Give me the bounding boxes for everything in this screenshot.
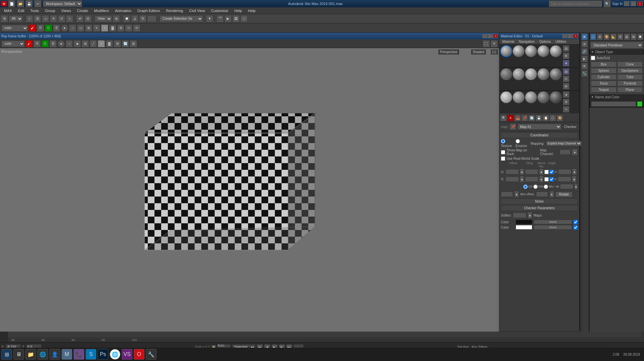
mat-chan-up[interactable]: ▲ [572, 149, 578, 155]
mat-menu-material[interactable]: Material [500, 39, 516, 44]
mat-vert-btn9[interactable]: ≡ [563, 106, 569, 113]
taskbar-viber[interactable]: 📞 [74, 349, 84, 360]
vp-btn-G[interactable]: G [41, 40, 49, 47]
fb-max-btn[interactable]: □ [488, 34, 493, 38]
rp-top-icon5[interactable]: ⚙ [617, 33, 623, 40]
mat-min-btn[interactable]: − [562, 34, 567, 38]
menu-civil-view[interactable]: Civil View [186, 8, 207, 13]
mat-map-name-select[interactable]: Map #1 [518, 124, 561, 130]
mat-vert-btn3[interactable]: ■ [563, 60, 569, 67]
v-tile-cb[interactable] [549, 177, 554, 182]
vp-color-picker[interactable]: 🖌 [25, 40, 33, 47]
mat-copy-btn[interactable]: 📋 [542, 115, 549, 121]
paint-ellipse[interactable]: ○ [69, 24, 76, 32]
v-mirror-cb[interactable] [544, 177, 549, 182]
mat-vert-btn7[interactable]: ◈ [563, 91, 569, 98]
paint-tool-R[interactable]: R [37, 24, 44, 32]
rp-top-icon1[interactable]: ⬡ [590, 33, 596, 40]
rp-icon-display[interactable]: 👁 [581, 63, 588, 70]
blur-input[interactable]: 1,0 [501, 192, 513, 197]
v-tiling-input[interactable]: 20,0 [525, 176, 538, 182]
mat-sphere-2[interactable] [513, 45, 525, 57]
menu-graph-editors[interactable]: Graph Editors [135, 8, 163, 13]
color2-cb[interactable] [573, 225, 578, 230]
mat-checker-title[interactable]: Checker Parameters [501, 205, 578, 211]
close-btn[interactable]: ✕ [637, 1, 643, 6]
ot-box[interactable]: Box [591, 62, 617, 67]
paint-fill[interactable]: ▪ [101, 24, 108, 32]
ot-torus[interactable]: Torus [591, 81, 617, 86]
paint-extra2[interactable]: ⟳ [133, 24, 140, 32]
vp-circle[interactable]: ● [58, 40, 65, 47]
u-offset-up[interactable]: ▲ [520, 168, 524, 175]
move-btn[interactable]: ✛ [50, 15, 57, 22]
render-btn[interactable]: ▶ [224, 15, 232, 22]
menu-rendering[interactable]: Rendering [164, 8, 186, 13]
mat-sphere-7[interactable] [513, 68, 525, 80]
paint-tool-B[interactable]: B [53, 24, 60, 32]
paint-erase[interactable]: ✎ [93, 24, 100, 32]
render-setup-btn[interactable]: 🎬 [216, 15, 224, 22]
mat-sphere-5[interactable] [550, 45, 562, 57]
blur-up[interactable]: ▲ [514, 191, 519, 198]
paint-gradient[interactable]: ▓ [109, 24, 116, 32]
ot-sphere[interactable]: Sphere [591, 68, 617, 74]
rp-top-icon4[interactable]: 📐 [610, 33, 616, 40]
u-tile-cb[interactable] [549, 170, 554, 174]
u-mirror-cb[interactable] [544, 170, 549, 174]
vp-menu-btn[interactable]: [+] [491, 49, 498, 54]
new-btn[interactable]: 📄 [8, 0, 15, 7]
ot-teapot[interactable]: Teapot [591, 87, 617, 93]
mat-assign-btn[interactable]: 📌 [521, 115, 528, 121]
signin-btn[interactable]: Sign In [612, 2, 623, 6]
vp-custom[interactable]: ⊞ [82, 40, 89, 47]
u-angle-up[interactable]: ▲ [572, 168, 577, 175]
fb-min-btn[interactable]: − [482, 34, 487, 38]
mat-vert-btn1[interactable]: ▤ [563, 45, 569, 52]
search-btn[interactable]: 🔍 [604, 0, 611, 7]
mat-put-btn[interactable]: 📥 [514, 115, 521, 121]
paint-tool-G[interactable]: G [45, 24, 52, 32]
material-editor-btn[interactable]: ⬡ [240, 15, 248, 22]
rotate-btn[interactable]: ↺ [58, 15, 65, 22]
mat-menu-navigation[interactable]: Navigation [517, 39, 537, 44]
taskbar-max-3ds[interactable]: M [62, 349, 72, 360]
taskbar-photoshop[interactable]: Ps [98, 349, 108, 360]
vp-extra2[interactable]: ⊞ [130, 40, 137, 47]
use-pivot-btn[interactable]: ⊕ [113, 15, 120, 22]
paint-settings[interactable]: ⚙ [117, 24, 124, 32]
v-offset-up[interactable]: ▲ [520, 176, 524, 183]
named-sel-btn[interactable]: ▼ [206, 15, 213, 22]
rp-icon-utils[interactable]: 🔧 [581, 70, 588, 77]
menu-create[interactable]: Create [74, 8, 91, 13]
ot-cylinder[interactable]: Cylinder [591, 74, 617, 80]
rp-icon-hier[interactable]: 🔗 [581, 48, 588, 55]
mat-vert-btn2[interactable]: ⊞ [563, 52, 569, 59]
taskbar-ie[interactable]: 🌐 [37, 349, 48, 360]
mat-sphere-12[interactable] [513, 91, 525, 103]
paint-extra1[interactable]: ✂ [125, 24, 132, 32]
scene-viewport[interactable]: Perspective [0, 48, 499, 332]
taskbar-vs[interactable]: VS [122, 349, 132, 360]
v-offset-input[interactable]: 0,0 [506, 176, 519, 182]
v-angle-up[interactable]: ▲ [572, 176, 576, 183]
vp-btn-B[interactable]: B [49, 40, 57, 47]
viewport-color-select[interactable]: color [1, 40, 25, 47]
u-offset-input[interactable]: 0,0 [506, 169, 519, 174]
color2-swatch[interactable] [516, 225, 532, 230]
ot-tube[interactable]: Tube [617, 74, 643, 80]
mat-sphere-10[interactable] [550, 68, 562, 80]
mat-real-world-cb[interactable] [501, 156, 505, 161]
taskbar-person[interactable]: 👤 [49, 349, 60, 360]
vw-radio[interactable] [533, 185, 538, 189]
mat-vert-btn6[interactable]: ⊞ [563, 83, 569, 90]
vp-gradient[interactable]: ▓ [106, 40, 113, 47]
blur-offset-input[interactable]: 0,0 [536, 192, 548, 197]
u-angle-input[interactable]: 0,0 [558, 169, 571, 174]
mat-sphere-8[interactable] [525, 68, 537, 80]
taskbar-skype[interactable]: S [86, 349, 96, 360]
menu-help[interactable]: Help [245, 8, 258, 13]
paint-circle[interactable]: ● [61, 24, 68, 32]
open-btn[interactable]: 📂 [17, 0, 24, 7]
taskbar-app[interactable]: 🔧 [146, 349, 156, 360]
